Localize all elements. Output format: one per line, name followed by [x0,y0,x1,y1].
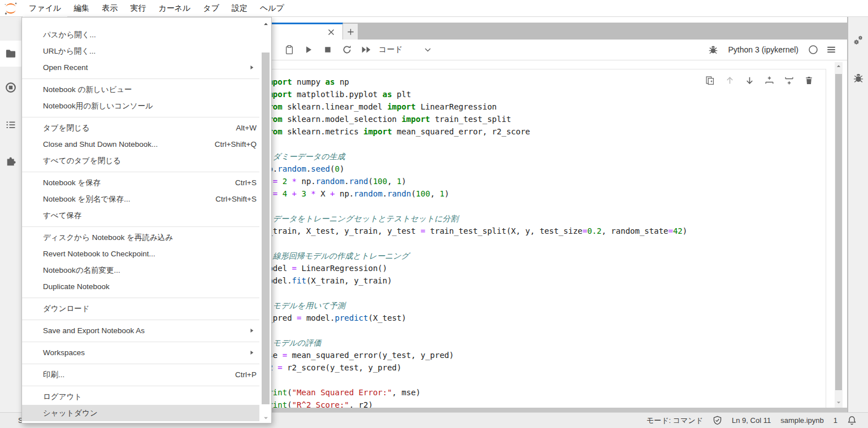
menubar-item-実行[interactable]: 実行 [124,0,152,17]
notification-count[interactable]: 1 [834,416,837,425]
menu-item-Revert Notebook to Checkpoint...[interactable]: Revert Notebook to Checkpoint... [22,246,259,262]
sidebar-tab-running-kernels[interactable] [0,75,21,101]
menu-item-Notebook用の新しいコンソール[interactable]: Notebook用の新しいコンソール [22,98,259,114]
menu-item-label: すべて保存 [43,211,81,220]
menu-item-label: Notebookの名前変更... [43,266,120,274]
menu-scroll-down-icon[interactable] [263,415,269,421]
folder-icon [5,48,16,59]
menu-item-Open Recent[interactable]: Open Recent [22,59,259,76]
menu-item-label: Notebook を保存 [43,178,101,187]
restart-kernel-icon[interactable] [341,44,353,55]
insert-cell-below-icon[interactable] [784,76,794,85]
close-icon[interactable] [327,28,336,37]
scrollbar-thumb[interactable] [835,74,842,390]
code-line [263,138,823,150]
scroll-down-icon[interactable] [836,400,841,405]
file-name: sample.ipynb [780,416,824,425]
menu-item-Notebook を保存[interactable]: Notebook を保存Ctrl+S [22,174,259,191]
menu-item-label: Notebook を別名で保存... [43,195,130,203]
code-line: # 線形回帰モデルの作成とトレーニング [263,250,823,262]
menu-item-label: タブを閉じる [43,124,90,132]
menu-item-すべて保存[interactable]: すべて保存 [22,207,259,224]
menubar-item-設定[interactable]: 設定 [225,0,254,17]
menu-separator [22,298,259,298]
code-line: y_pred = model.predict(X_test) [263,312,823,324]
restart-run-all-icon[interactable] [361,44,372,55]
move-cell-up-icon[interactable] [725,76,735,85]
menu-item-ディスクから Notebook を再読み込み[interactable]: ディスクから Notebook を再読み込み [22,229,259,246]
delete-cell-icon[interactable] [804,76,814,85]
menu-item-label: Workspaces [43,348,85,357]
kernel-name[interactable]: Python 3 (ipykernel) [728,45,798,54]
menu-item-label: Save and Export Notebook As [43,326,145,335]
notebook-scrollbar[interactable] [835,62,843,408]
move-cell-down-icon[interactable] [745,76,754,85]
insert-cell-above-icon[interactable] [765,76,774,85]
code-editor[interactable]: import numpy as npimport matplotlib.pypl… [263,76,823,408]
code-line: X = 2 * np.random.rand(100, 1) [263,175,823,187]
menu-separator [22,117,259,117]
menubar-item-表示[interactable]: 表示 [96,0,124,17]
code-line: X_train, X_test, y_train, y_test = train… [263,225,823,237]
menu-item-label: ダウンロード [43,304,90,313]
menu-item-ダウンロード[interactable]: ダウンロード [22,300,259,317]
menu-separator [22,226,259,227]
menu-item-Notebook の新しいビュー[interactable]: Notebook の新しいビュー [22,81,259,98]
menu-item-タブを閉じる[interactable]: タブを閉じるAlt+W [22,120,259,136]
mode-indicator[interactable]: モード: コマンド [646,416,703,426]
bell-icon[interactable] [847,416,857,425]
cursor-position[interactable]: Ln 9, Col 11 [732,416,771,425]
menubar-item-編集[interactable]: 編集 [67,0,96,17]
sidebar-tab-file-browser[interactable] [0,41,21,67]
menu-scrollbar-thumb[interactable] [262,53,270,404]
puzzle-icon [5,155,16,167]
menu-item-label: Duplicate Notebook [43,282,110,291]
menu-item-Duplicate Notebook[interactable]: Duplicate Notebook [22,278,259,295]
code-line: print("Mean Squared Error:", mse) [263,386,823,399]
menu-item-パスから開く...[interactable]: パスから開く... [22,27,259,43]
file-menu-dropdown: パスから開く...URLから開く...Open RecentNotebook の… [21,17,272,423]
menubar-item-ファイル[interactable]: ファイル [23,0,67,17]
kernel-status-icon[interactable] [808,44,819,55]
jupyter-logo-icon [3,1,18,16]
menu-item-Workspaces[interactable]: Workspaces [22,344,259,361]
duplicate-cell-icon[interactable] [705,76,715,85]
menu-item-すべてのタブを閉じる[interactable]: すべてのタブを閉じる [22,152,259,169]
menu-separator [22,320,259,320]
gears-icon [853,34,864,46]
sidebar-tab-debugger[interactable] [848,65,868,91]
run-cell-icon[interactable] [303,44,314,55]
menu-item-ログアウト[interactable]: ログアウト [22,388,259,405]
sidebar-tab-property-inspector[interactable] [848,27,868,53]
menu-item-シャットダウン[interactable]: シャットダウン [22,405,259,421]
sidebar-tab-extension-manager[interactable] [0,148,21,174]
code-line [263,200,823,212]
menu-item-Notebookの名前変更...[interactable]: Notebookの名前変更... [22,262,259,278]
menu-item-Notebook を別名で保存...[interactable]: Notebook を別名で保存...Ctrl+Shift+S [22,191,259,207]
cell-type-dropdown[interactable]: コード [379,40,432,60]
menu-item-shortcut: Ctrl+S [235,174,257,191]
code-line [263,324,823,337]
interrupt-kernel-icon[interactable] [322,44,333,55]
menu-separator [22,364,259,364]
debugger-icon[interactable] [708,44,719,55]
submenu-arrow-icon [249,64,255,71]
menu-item-Save and Export Notebook As[interactable]: Save and Export Notebook As [22,322,259,339]
shield-check-icon[interactable] [713,416,722,425]
code-line: # モデルを用いて予測 [263,299,823,312]
menubar-item-タブ[interactable]: タブ [197,0,225,17]
sidebar-tab-table-of-contents[interactable] [0,112,21,138]
menu-item-Close and Shut Down Notebook...[interactable]: Close and Shut Down Notebook...Ctrl+Shif… [22,136,259,152]
menu-item-label: すべてのタブを閉じる [43,156,121,165]
menubar-item-カーネル[interactable]: カーネル [152,0,197,17]
menu-item-label: シャットダウン [43,409,98,417]
menubar-item-ヘルプ[interactable]: ヘルプ [254,0,290,17]
menu-scrollbar[interactable] [261,19,270,422]
menu-item-印刷...[interactable]: 印刷...Ctrl+P [22,366,259,383]
menu-item-URLから開く...[interactable]: URLから開く... [22,43,259,59]
scroll-up-icon[interactable] [836,63,841,69]
menu-scroll-up-icon[interactable] [263,21,269,27]
kernel-menu-icon[interactable] [826,44,837,55]
new-tab-button[interactable] [343,24,358,40]
paste-icon[interactable] [284,44,295,55]
